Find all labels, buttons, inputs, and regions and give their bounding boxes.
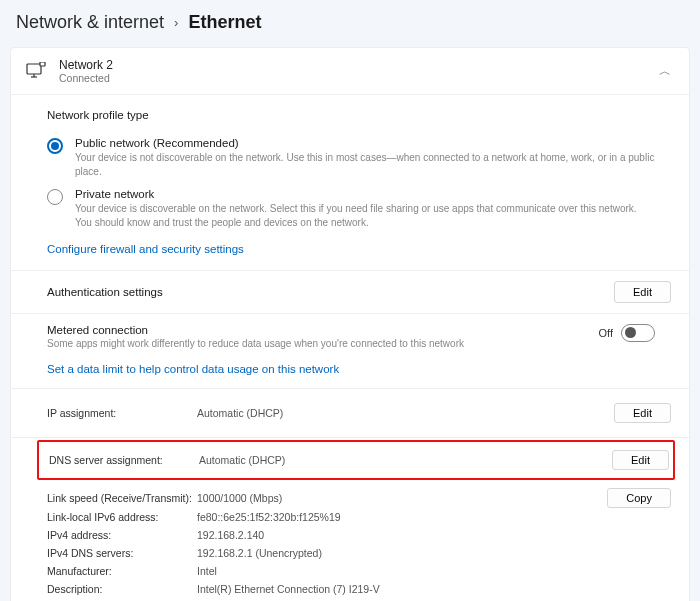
- breadcrumb-current: Ethernet: [188, 12, 261, 33]
- detail-row: Manufacturer:Intel: [47, 562, 671, 580]
- dns-value: Automatic (DHCP): [199, 454, 612, 466]
- detail-key: Link speed (Receive/Transmit):: [47, 492, 197, 504]
- metered-toggle[interactable]: [621, 324, 655, 342]
- dns-assignment-row: DNS server assignment: Automatic (DHCP) …: [37, 440, 675, 480]
- radio-unchecked-icon[interactable]: [47, 189, 63, 205]
- radio-checked-icon[interactable]: [47, 138, 63, 154]
- public-network-radio-row[interactable]: Public network (Recommended) Your device…: [47, 137, 655, 178]
- breadcrumb: Network & internet › Ethernet: [10, 12, 690, 33]
- detail-key: Manufacturer:: [47, 565, 197, 577]
- detail-row: IPv4 address:192.168.2.140: [47, 526, 671, 544]
- metered-desc: Some apps might work differently to redu…: [47, 338, 599, 349]
- public-network-desc: Your device is not discoverable on the n…: [75, 151, 655, 178]
- profile-title: Network profile type: [47, 109, 655, 121]
- dns-label: DNS server assignment:: [49, 454, 199, 466]
- svg-rect-0: [27, 64, 41, 74]
- detail-key: IPv4 DNS servers:: [47, 547, 197, 559]
- detail-value: Intel(R) Ethernet Connection (7) I219-V: [197, 583, 671, 595]
- detail-value: 192.168.2.140: [197, 529, 671, 541]
- chevron-right-icon: ›: [174, 15, 178, 30]
- detail-row: Link-local IPv6 address:fe80::6e25:1f52:…: [47, 508, 671, 526]
- auth-edit-button[interactable]: Edit: [614, 281, 671, 303]
- detail-value: 1000/1000 (Mbps): [197, 492, 607, 504]
- metered-section: Metered connection Some apps might work …: [11, 314, 689, 389]
- auth-label: Authentication settings: [47, 286, 614, 298]
- detail-key: Description:: [47, 583, 197, 595]
- firewall-link[interactable]: Configure firewall and security settings: [47, 243, 244, 255]
- detail-row: Description:Intel(R) Ethernet Connection…: [47, 580, 671, 598]
- detail-row: Link speed (Receive/Transmit):1000/1000 …: [47, 488, 671, 508]
- private-network-label: Private network: [75, 188, 655, 200]
- detail-value: fe80::6e25:1f52:320b:f125%19: [197, 511, 671, 523]
- metered-label: Metered connection: [47, 324, 599, 336]
- breadcrumb-parent[interactable]: Network & internet: [16, 12, 164, 33]
- private-network-radio-row[interactable]: Private network Your device is discovera…: [47, 188, 655, 229]
- network-name: Network 2: [59, 58, 113, 72]
- profile-section: Network profile type Public network (Rec…: [11, 95, 689, 271]
- metered-toggle-label: Off: [599, 327, 613, 339]
- chevron-up-icon[interactable]: ︿: [659, 63, 671, 80]
- ip-label: IP assignment:: [47, 407, 197, 419]
- metered-toggle-wrap: Off: [599, 324, 655, 342]
- detail-key: IPv4 address:: [47, 529, 197, 541]
- ip-assignment-row: IP assignment: Automatic (DHCP) Edit: [11, 389, 689, 438]
- details-block: Link speed (Receive/Transmit):1000/1000 …: [11, 482, 689, 601]
- dns-edit-button[interactable]: Edit: [612, 450, 669, 470]
- network-title-block: Network 2 Connected: [59, 58, 113, 84]
- ip-value: Automatic (DHCP): [197, 407, 614, 419]
- svg-rect-3: [40, 62, 45, 66]
- public-network-label: Public network (Recommended): [75, 137, 655, 149]
- copy-button[interactable]: Copy: [607, 488, 671, 508]
- detail-value: Intel: [197, 565, 671, 577]
- detail-key: Link-local IPv6 address:: [47, 511, 197, 523]
- auth-row: Authentication settings Edit: [11, 271, 689, 314]
- settings-panel: Network 2 Connected ︿ Network profile ty…: [10, 47, 690, 601]
- private-network-desc: Your device is discoverable on the netwo…: [75, 202, 655, 229]
- data-limit-link[interactable]: Set a data limit to help control data us…: [47, 363, 339, 375]
- network-header[interactable]: Network 2 Connected ︿: [11, 48, 689, 95]
- network-status: Connected: [59, 72, 113, 84]
- detail-value: 192.168.2.1 (Unencrypted): [197, 547, 671, 559]
- ip-edit-button[interactable]: Edit: [614, 403, 671, 423]
- monitor-icon: [25, 60, 47, 82]
- detail-row: IPv4 DNS servers:192.168.2.1 (Unencrypte…: [47, 544, 671, 562]
